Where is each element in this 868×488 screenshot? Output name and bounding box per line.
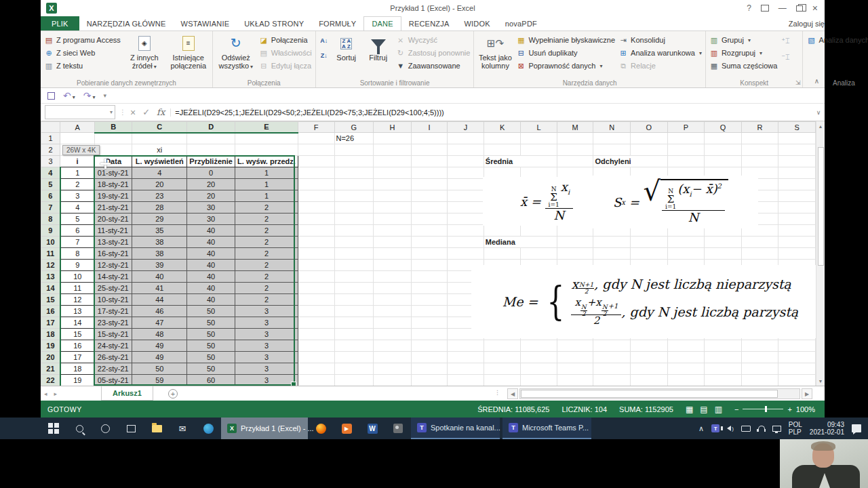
cell-L10[interactable] bbox=[521, 237, 557, 248]
cell-K19[interactable] bbox=[484, 340, 521, 352]
cell-E11[interactable]: 2 bbox=[235, 248, 298, 260]
cell-M20[interactable] bbox=[557, 352, 593, 363]
cell-J21[interactable] bbox=[448, 363, 484, 375]
cell-K2[interactable] bbox=[484, 144, 521, 156]
cell-I13[interactable] bbox=[411, 271, 448, 283]
cell-D11[interactable]: 40 bbox=[187, 248, 235, 260]
cell-I22[interactable] bbox=[411, 375, 448, 386]
cell-G10[interactable] bbox=[334, 237, 374, 248]
cell-S21[interactable] bbox=[778, 363, 816, 375]
col-header-B[interactable]: B bbox=[94, 122, 132, 133]
filter-button[interactable]: Filtruj bbox=[364, 33, 393, 62]
cell-K1[interactable] bbox=[484, 133, 521, 144]
cell-L2[interactable] bbox=[521, 144, 557, 156]
cell-C13[interactable]: 40 bbox=[132, 271, 187, 283]
cell-E8[interactable]: 2 bbox=[235, 214, 298, 225]
cell-O11[interactable] bbox=[631, 248, 668, 260]
cell-D21[interactable]: 50 bbox=[187, 363, 235, 375]
row-header-22[interactable]: 22 bbox=[41, 375, 60, 386]
cell-P21[interactable] bbox=[667, 363, 705, 375]
cell-I5[interactable] bbox=[411, 179, 448, 190]
cell-L1[interactable] bbox=[521, 133, 557, 144]
cell-E21[interactable]: 3 bbox=[235, 363, 298, 375]
cell-E5[interactable]: 1 bbox=[235, 179, 298, 190]
cell-K11[interactable] bbox=[484, 248, 521, 260]
cell-H18[interactable] bbox=[374, 329, 412, 340]
row-header-20[interactable]: 20 bbox=[41, 352, 60, 363]
cell-H4[interactable] bbox=[374, 167, 412, 179]
cell-H2[interactable] bbox=[374, 144, 412, 156]
row-header-6[interactable]: 6 bbox=[41, 190, 60, 202]
cell-N10[interactable] bbox=[593, 237, 631, 248]
cell-F2[interactable] bbox=[298, 144, 334, 156]
cell-I7[interactable] bbox=[411, 202, 448, 214]
media-player-button[interactable]: ▶ bbox=[334, 418, 359, 439]
cell-A14[interactable]: 11 bbox=[60, 283, 95, 294]
row-header-9[interactable]: 9 bbox=[41, 225, 60, 237]
cell-J10[interactable] bbox=[448, 237, 484, 248]
cell-L20[interactable] bbox=[521, 352, 557, 363]
cell-O19[interactable] bbox=[631, 340, 668, 352]
cell-O10[interactable] bbox=[631, 237, 668, 248]
cell-R1[interactable] bbox=[741, 133, 778, 144]
cell-J4[interactable] bbox=[448, 167, 484, 179]
col-header-L[interactable]: L bbox=[521, 122, 557, 133]
cell-I2[interactable] bbox=[411, 144, 448, 156]
cell-Q1[interactable] bbox=[705, 133, 742, 144]
cell-C14[interactable]: 41 bbox=[132, 283, 187, 294]
cell-N11[interactable] bbox=[593, 248, 631, 260]
cell-H11[interactable] bbox=[374, 248, 412, 260]
cell-F9[interactable] bbox=[298, 225, 334, 237]
col-header-A[interactable]: A bbox=[60, 122, 95, 133]
cell-D20[interactable]: 50 bbox=[187, 352, 235, 363]
cell-A10[interactable]: 7 bbox=[60, 237, 95, 248]
name-box[interactable]: ▾ bbox=[45, 105, 115, 119]
hide-detail-icon[interactable]: ⁻⌶ bbox=[781, 52, 790, 62]
language-indicator[interactable]: POLPLP bbox=[789, 421, 802, 436]
cell-Q3[interactable] bbox=[705, 156, 742, 167]
cell-H17[interactable] bbox=[374, 317, 412, 329]
tab-plik[interactable]: PLIK bbox=[41, 16, 79, 30]
cell-I18[interactable] bbox=[411, 329, 448, 340]
cell-P19[interactable] bbox=[667, 340, 705, 352]
cell-F5[interactable] bbox=[298, 179, 334, 190]
row-header-11[interactable]: 11 bbox=[41, 248, 60, 260]
cell-B16[interactable]: 17-sty-21 bbox=[94, 306, 132, 317]
cell-G13[interactable] bbox=[334, 271, 374, 283]
cell-E10[interactable]: 2 bbox=[235, 237, 298, 248]
cell-I1[interactable] bbox=[411, 133, 448, 144]
cell-R19[interactable] bbox=[741, 340, 778, 352]
cell-C19[interactable]: 49 bbox=[132, 340, 187, 352]
cell-E3[interactable]: L. wyśw. przedz. bbox=[235, 156, 298, 167]
cell-B2[interactable] bbox=[94, 144, 132, 156]
cell-B11[interactable]: 16-sty-21 bbox=[94, 248, 132, 260]
cell-A15[interactable]: 12 bbox=[60, 294, 95, 306]
teams-tray-icon[interactable]: T bbox=[711, 424, 719, 432]
cell-B10[interactable]: 13-sty-21 bbox=[94, 237, 132, 248]
row-header-18[interactable]: 18 bbox=[41, 329, 60, 340]
cell-N3[interactable]: Odchylenie standardowe bbox=[593, 156, 631, 167]
cortana-button[interactable] bbox=[92, 418, 118, 439]
cell-J2[interactable] bbox=[448, 144, 484, 156]
cell-S3[interactable] bbox=[778, 156, 816, 167]
cell-G6[interactable] bbox=[334, 190, 374, 202]
col-header-I[interactable]: I bbox=[411, 122, 448, 133]
cell-D1[interactable] bbox=[187, 133, 235, 144]
cell-F21[interactable] bbox=[298, 363, 334, 375]
zoom-slider[interactable] bbox=[743, 409, 783, 409]
cell-A7[interactable]: 4 bbox=[60, 202, 95, 214]
cell-C22[interactable]: 59 bbox=[132, 375, 187, 386]
cell-C17[interactable]: 47 bbox=[132, 317, 187, 329]
cell-A18[interactable]: 15 bbox=[60, 329, 95, 340]
scroll-left-icon[interactable]: ◀ bbox=[507, 388, 518, 399]
cell-H12[interactable] bbox=[374, 260, 412, 271]
cell-J11[interactable] bbox=[448, 248, 484, 260]
cell-R11[interactable] bbox=[741, 248, 778, 260]
name-box-dropdown-icon[interactable]: ▾ bbox=[110, 109, 113, 115]
consolidate-button[interactable]: ⇥ Konsoliduj bbox=[618, 35, 702, 45]
cell-J3[interactable] bbox=[448, 156, 484, 167]
cell-H13[interactable] bbox=[374, 271, 412, 283]
cell-M19[interactable] bbox=[557, 340, 593, 352]
formula-input[interactable]: =JEŻELI(D29<25;1;JEŻELI(D29<50;2;JEŻELI(… bbox=[170, 108, 812, 117]
scroll-down-icon[interactable]: ▼ bbox=[816, 376, 825, 386]
